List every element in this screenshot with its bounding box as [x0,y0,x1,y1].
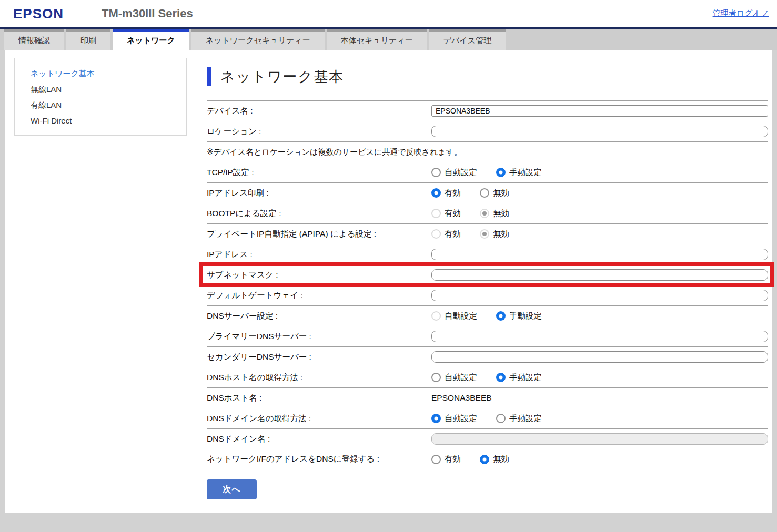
option-ip-address-print-有効[interactable]: 有効 [431,188,461,199]
form-row-dns-domain-name: DNSドメイン名 : [207,428,768,449]
option-label: 有効 [445,454,461,465]
field-label-apipa-setting: プライベートIP自動指定 (APIPA) による設定 : [207,229,431,240]
form-note: ※デバイス名とロケーションは複数のサービスに共通で反映されます。 [207,147,467,157]
field-label-dns-hostname: DNSホスト名 : [207,393,431,404]
radio-icon-unchecked[interactable] [496,414,506,423]
field-label-tcpip-setting: TCP/IP設定 : [207,167,431,178]
option-label: 無効 [493,454,509,465]
option-dns-hostname-method-自動設定[interactable]: 自動設定 [431,372,477,383]
primary-dns-input[interactable] [431,331,768,342]
option-ip-address-print-無効[interactable]: 無効 [480,188,509,199]
radio-icon-disabled-unchecked [431,209,441,218]
form-row-secondary-dns: セカンダリーDNSサーバー : [207,346,768,367]
subnet-mask-input[interactable] [431,269,768,281]
radio-icon-checked[interactable] [431,414,441,423]
app-header: EPSON TM-m30III Series 管理者ログオフ [0,0,777,27]
option-label: 手動設定 [509,372,542,383]
device-name-input[interactable] [431,105,768,117]
option-label: 無効 [493,188,509,199]
content-area: ネットワーク基本無線LAN有線LANWi-Fi Direct ネットワーク基本 … [5,50,772,513]
tab-bar: 情報確認印刷ネットワークネットワークセキュリティー本体セキュリティーデバイス管理 [0,29,777,50]
option-label: 有効 [445,188,461,199]
option-apipa-setting-有効: 有効 [431,229,461,240]
sidebar-item-Wi-Fi Direct[interactable]: Wi-Fi Direct [31,113,186,129]
field-dns-hostname: EPSONA3BEEB [431,393,768,403]
field-secondary-dns [431,351,768,363]
tab-本体セキュリティー[interactable]: 本体セキュリティー [327,29,427,50]
field-dns-domain-name [431,433,768,445]
main-panel: ネットワーク基本 デバイス名 :ロケーション :※デバイス名とロケーションは複数… [207,50,768,499]
radio-icon-unchecked[interactable] [431,373,441,382]
radio-icon-checked[interactable] [496,311,506,321]
field-ip-address [431,249,768,260]
next-button[interactable]: 次へ [207,479,257,499]
form-row-register-dns: ネットワークI/FのアドレスをDNSに登録する :有効無効 [207,449,768,469]
admin-logout-link[interactable]: 管理者ログオフ [713,8,769,18]
field-bootp-setting: 有効無効 [431,208,768,219]
option-label: 無効 [493,208,509,219]
page-title: TM-m30III Series [102,7,193,21]
location-input[interactable] [431,126,768,137]
radio-icon-unchecked[interactable] [431,455,441,464]
form-row-bootp-setting: BOOTPによる設定 :有効無効 [207,203,768,223]
default-gateway-input[interactable] [431,290,768,301]
tab-デバイス管理[interactable]: デバイス管理 [429,29,506,50]
epson-logo: EPSON [13,6,64,22]
radio-icon-checked[interactable] [431,188,441,198]
tab-情報確認[interactable]: 情報確認 [4,29,64,50]
sidebar-item-有線LAN[interactable]: 有線LAN [31,97,186,113]
option-apipa-setting-無効: 無効 [480,229,509,240]
field-label-dns-hostname-method: DNSホスト名の取得方法 : [207,372,431,383]
option-label: 自動設定 [445,167,477,178]
radio-icon-disabled-checked [480,209,489,218]
option-tcpip-setting-手動設定[interactable]: 手動設定 [496,167,542,178]
sidebar-item-ネットワーク基本[interactable]: ネットワーク基本 [31,66,186,81]
form-row-tcpip-setting: TCP/IP設定 :自動設定手動設定 [207,162,768,182]
form-row-apipa-setting: プライベートIP自動指定 (APIPA) による設定 :有効無効 [207,223,768,244]
radio-icon-unchecked[interactable] [431,168,441,177]
sidebar-menu: ネットワーク基本無線LAN有線LANWi-Fi Direct [14,58,187,136]
radio-icon-disabled-unchecked [431,311,441,321]
tab-印刷[interactable]: 印刷 [66,29,110,50]
tab-ネットワーク[interactable]: ネットワーク [113,29,189,50]
ip-address-input[interactable] [431,249,768,260]
field-apipa-setting: 有効無効 [431,229,768,240]
option-register-dns-無効[interactable]: 無効 [480,454,509,465]
radio-icon-checked[interactable] [480,455,489,464]
field-dns-server-setting: 自動設定手動設定 [431,311,768,322]
field-label-subnet-mask: サブネットマスク : [207,270,431,281]
option-tcpip-setting-自動設定[interactable]: 自動設定 [431,167,477,178]
option-label: 有効 [445,229,461,240]
field-ip-address-print: 有効無効 [431,188,768,199]
radio-icon-unchecked[interactable] [480,188,489,198]
option-dns-server-setting-手動設定[interactable]: 手動設定 [496,311,542,322]
option-label: 自動設定 [445,311,477,322]
tab-ネットワークセキュリティー[interactable]: ネットワークセキュリティー [191,29,325,50]
field-primary-dns [431,331,768,342]
option-dns-domain-method-自動設定[interactable]: 自動設定 [431,413,477,424]
field-tcpip-setting: 自動設定手動設定 [431,167,768,178]
form-row-ip-address-print: IPアドレス印刷 :有効無効 [207,182,768,203]
form-row-subnet-mask: サブネットマスク : [207,264,768,285]
radio-icon-checked[interactable] [496,373,506,382]
field-label-device-name: デバイス名 : [207,106,431,117]
form-row-ip-address: IPアドレス : [207,244,768,264]
option-dns-domain-method-手動設定[interactable]: 手動設定 [496,413,542,424]
option-bootp-setting-有効: 有効 [431,208,461,219]
field-label-dns-server-setting: DNSサーバー設定 : [207,311,431,322]
field-label-ip-address: IPアドレス : [207,249,431,260]
option-label: 手動設定 [509,413,542,424]
option-register-dns-有効[interactable]: 有効 [431,454,461,465]
section-heading-text: ネットワーク基本 [220,67,344,86]
field-label-dns-domain-method: DNSドメイン名の取得方法 : [207,413,431,424]
field-label-dns-domain-name: DNSドメイン名 : [207,434,431,445]
option-dns-hostname-method-手動設定[interactable]: 手動設定 [496,372,542,383]
network-settings-form: デバイス名 :ロケーション :※デバイス名とロケーションは複数のサービスに共通で… [207,100,768,469]
secondary-dns-input[interactable] [431,351,768,363]
radio-icon-checked[interactable] [496,168,506,177]
option-label: 手動設定 [509,167,542,178]
option-label: 有効 [445,208,461,219]
sidebar-item-無線LAN[interactable]: 無線LAN [31,81,186,97]
field-label-secondary-dns: セカンダリーDNSサーバー : [207,352,431,363]
form-row-location: ロケーション : [207,121,768,141]
